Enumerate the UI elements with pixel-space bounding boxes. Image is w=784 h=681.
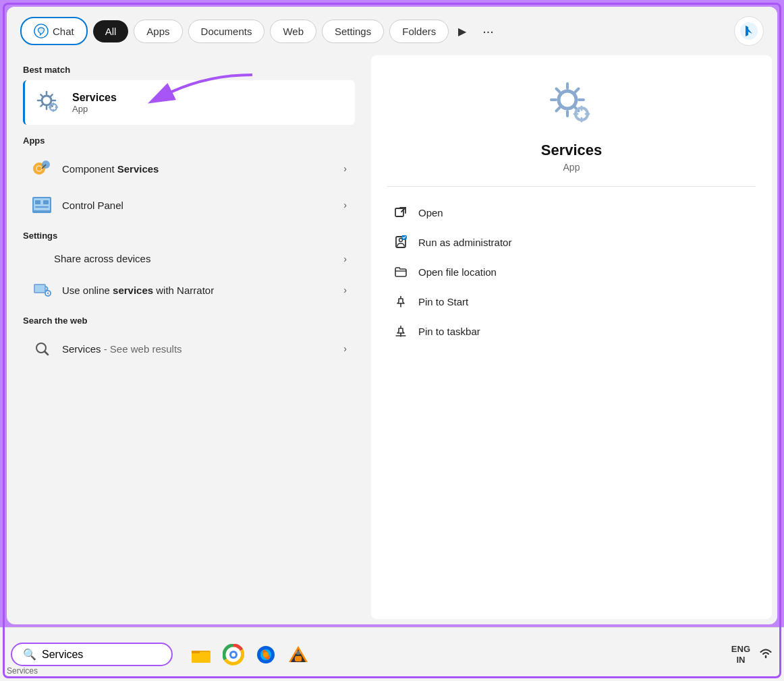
open-action[interactable]: Open: [387, 198, 756, 227]
svg-point-10: [263, 652, 269, 657]
settings-section: Settings Share across devices ›: [23, 231, 355, 307]
folders-filter-button[interactable]: Folders: [389, 20, 449, 43]
svg-rect-1: [192, 652, 211, 663]
svg-point-6: [231, 653, 235, 657]
bing-button[interactable]: [734, 16, 764, 46]
best-match-item[interactable]: Services App: [23, 80, 355, 125]
share-across-devices-label: Share across devices: [54, 253, 343, 264]
vlc-taskbar-icon[interactable]: [286, 643, 310, 667]
svg-point-17: [42, 96, 51, 105]
apps-section: Apps Component Services ›: [23, 136, 355, 223]
component-services-label: Component Services: [62, 163, 343, 175]
search-popup: Chat All Apps Documents Web Settings Fol…: [7, 7, 777, 624]
narrator-chevron: ›: [343, 285, 347, 295]
best-match-title: Services: [72, 92, 117, 104]
chrome-taskbar-icon[interactable]: [221, 643, 246, 667]
right-panel-app-icon: [544, 77, 598, 131]
pin-to-start-label: Pin to Start: [418, 296, 468, 307]
services-bottom-label: Services: [7, 666, 38, 676]
svg-rect-28: [35, 206, 49, 208]
control-panel-item[interactable]: Control Panel ›: [23, 187, 355, 223]
admin-icon: [393, 234, 409, 250]
taskbar-search-box[interactable]: 🔍: [11, 643, 173, 666]
folder-open-icon: [393, 264, 409, 280]
results-area: Best match Services App: [7, 55, 777, 624]
right-panel-subtitle: App: [387, 162, 756, 173]
svg-rect-36: [395, 208, 403, 216]
taskbar-search-input[interactable]: [42, 649, 150, 661]
settings-section-label: Settings: [23, 231, 355, 241]
pin-to-start-action[interactable]: Pin to Start: [387, 287, 756, 316]
narrator-label: Use online services with Narrator: [62, 285, 343, 296]
component-services-icon: [31, 158, 53, 179]
svg-point-34: [559, 91, 576, 109]
chat-filter-button[interactable]: Chat: [20, 17, 88, 45]
settings-filter-button[interactable]: Settings: [322, 20, 384, 43]
pin-taskbar-icon: [393, 323, 409, 339]
share-across-devices-item[interactable]: Share across devices ›: [23, 246, 355, 271]
all-filter-button[interactable]: All: [93, 20, 129, 42]
pin-start-icon: [393, 293, 409, 309]
services-icon: [34, 88, 63, 117]
control-panel-chevron: ›: [343, 200, 347, 210]
pin-to-taskbar-action[interactable]: Pin to taskbar: [387, 316, 756, 346]
svg-point-22: [37, 167, 41, 171]
svg-rect-13: [295, 656, 302, 661]
taskbar-app-icons: [189, 643, 310, 667]
web-search-icon: [31, 338, 53, 359]
file-explorer-taskbar-icon[interactable]: [189, 643, 213, 667]
open-file-location-action[interactable]: Open file location: [387, 257, 756, 287]
control-panel-icon: [31, 194, 53, 216]
pin-to-taskbar-label: Pin to taskbar: [418, 326, 480, 337]
web-search-chevron: ›: [343, 343, 347, 354]
share-across-devices-chevron: ›: [343, 254, 347, 264]
taskbar: 🔍: [0, 627, 784, 681]
component-services-chevron: ›: [343, 163, 347, 174]
svg-rect-26: [35, 200, 40, 204]
more-button[interactable]: ···: [476, 20, 501, 43]
right-panel-divider: [387, 186, 756, 187]
right-panel-title: Services: [387, 142, 756, 159]
filter-bar: Chat All Apps Documents Web Settings Fol…: [7, 7, 777, 55]
play-button[interactable]: ▶: [454, 21, 470, 42]
apps-filter-button[interactable]: Apps: [134, 20, 182, 43]
svg-rect-2: [192, 651, 200, 653]
control-panel-label: Control Panel: [62, 200, 343, 211]
best-match-subtitle: App: [72, 104, 117, 114]
svg-rect-27: [43, 200, 49, 204]
right-panel: Services App Open: [371, 55, 772, 619]
open-icon: [393, 204, 409, 220]
web-search-item[interactable]: Services - See web results ›: [23, 331, 355, 366]
svg-point-14: [296, 651, 301, 655]
apps-section-label: Apps: [23, 136, 355, 146]
narrator-icon: [31, 279, 53, 301]
best-match-text: Services App: [72, 92, 117, 114]
web-search-label: Services - See web results: [62, 343, 343, 355]
web-filter-button[interactable]: Web: [270, 20, 316, 43]
run-as-admin-action[interactable]: Run as administrator: [387, 227, 756, 257]
search-web-label: Search the web: [23, 316, 355, 326]
wifi-icon: [758, 647, 773, 662]
taskbar-right-area: ENG IN: [731, 644, 773, 665]
taskbar-search-icon: 🔍: [23, 648, 36, 661]
documents-filter-button[interactable]: Documents: [188, 20, 265, 43]
narrator-item[interactable]: Use online services with Narrator ›: [23, 272, 355, 307]
open-file-location-label: Open file location: [418, 266, 497, 278]
run-as-admin-label: Run as administrator: [418, 237, 511, 248]
chat-label: Chat: [53, 26, 74, 37]
language-indicator: ENG IN: [731, 644, 750, 665]
firefox-taskbar-icon[interactable]: [254, 643, 278, 667]
left-panel: Best match Services App: [7, 55, 371, 624]
open-label: Open: [418, 207, 443, 218]
search-web-section: Search the web Services - See web result…: [23, 316, 355, 366]
svg-rect-30: [35, 285, 45, 292]
best-match-label: Best match: [23, 65, 355, 75]
component-services-item[interactable]: Component Services ›: [23, 151, 355, 186]
